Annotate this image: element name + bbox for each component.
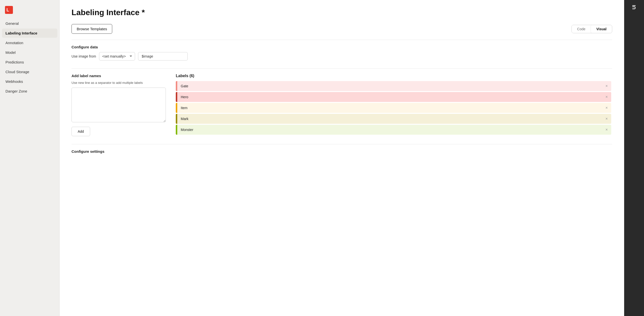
configure-data-row: Use image from <set manually> — [72, 52, 612, 60]
label-monster-text: Monster — [177, 125, 602, 134]
add-label-names-heading: Add label names — [72, 74, 166, 78]
label-gate-text: Gate — [177, 82, 602, 90]
configure-data-label: Configure data — [72, 45, 612, 49]
page-title: Labeling Interface * — [72, 8, 612, 17]
code-view-button[interactable]: Code — [572, 25, 591, 33]
labels-list-panel: Labels (6) Gate × Hero × Item × — [176, 74, 612, 136]
labels-list: Gate × Hero × Item × Mark × — [176, 81, 612, 135]
sidebar-item-danger-zone[interactable]: Danger Zone — [2, 87, 57, 96]
label-names-textarea[interactable] — [72, 88, 166, 122]
visual-view-button[interactable]: Visual — [591, 25, 612, 33]
sidebar-nav: General Labeling Interface Annotation Mo… — [0, 19, 59, 96]
label-mark-remove-button[interactable]: × — [602, 115, 611, 123]
label-item-hero: Hero × — [176, 92, 611, 102]
label-monster-remove-button[interactable]: × — [602, 126, 611, 134]
right-panel-content: UI — [624, 0, 644, 316]
label-item-mark: Mark × — [176, 114, 611, 124]
logo: L — [0, 2, 59, 19]
label-item-text: Item — [177, 103, 602, 112]
sidebar-item-general[interactable]: General — [2, 19, 57, 28]
divider-3 — [72, 144, 612, 144]
label-item-monster: Monster × — [176, 125, 611, 135]
divider-1 — [72, 40, 612, 40]
label-mark-text: Mark — [177, 114, 602, 123]
main-content: Labeling Interface * Browse Templates Co… — [60, 0, 624, 316]
label-item-item: Item × — [176, 103, 611, 113]
sidebar-item-cloud-storage[interactable]: Cloud Storage — [2, 67, 57, 76]
data-source-select[interactable]: <set manually> — [99, 52, 135, 60]
sidebar: L General Labeling Interface Annotation … — [0, 0, 60, 316]
add-labels-panel: Add label names Use new line as a separa… — [72, 74, 166, 136]
add-label-button[interactable]: Add — [72, 127, 90, 136]
labels-count-header: Labels (6) — [176, 74, 612, 78]
panel-label: UI — [632, 5, 637, 9]
label-hero-remove-button[interactable]: × — [602, 93, 611, 101]
use-image-from-label: Use image from — [72, 54, 96, 58]
configure-settings-heading: Configure settings — [72, 149, 612, 154]
add-label-description: Use new line as a separator to add multi… — [72, 81, 166, 85]
label-hero-text: Hero — [177, 92, 602, 101]
view-toggle: Code Visual — [572, 25, 612, 33]
label-gate-remove-button[interactable]: × — [602, 82, 611, 90]
sidebar-item-labeling-interface[interactable]: Labeling Interface — [2, 28, 57, 38]
sidebar-item-webhooks[interactable]: Webhooks — [2, 77, 57, 86]
divider-2 — [72, 68, 612, 69]
sidebar-item-annotation[interactable]: Annotation — [2, 38, 57, 47]
sidebar-item-model[interactable]: Model — [2, 48, 57, 57]
data-value-input[interactable] — [138, 52, 188, 60]
label-item-gate: Gate × — [176, 81, 611, 91]
sidebar-item-predictions[interactable]: Predictions — [2, 57, 57, 67]
configure-data-section: Configure data Use image from <set manua… — [72, 45, 612, 60]
right-panel: UI — [624, 0, 644, 316]
app-logo: L — [5, 6, 13, 14]
browse-templates-button[interactable]: Browse Templates — [72, 24, 112, 34]
top-bar: Browse Templates Code Visual — [72, 24, 612, 34]
labels-section: Add label names Use new line as a separa… — [72, 74, 612, 136]
svg-text:L: L — [6, 7, 9, 12]
label-item-remove-button[interactable]: × — [602, 104, 611, 112]
